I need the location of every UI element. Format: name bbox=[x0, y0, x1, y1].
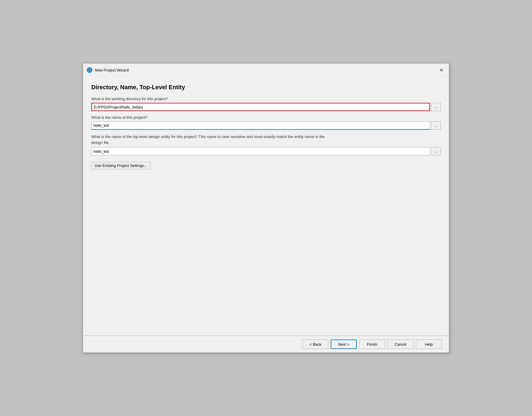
directory-input-row: ... bbox=[91, 103, 441, 111]
title-bar-left: New Project Wizard bbox=[87, 67, 129, 73]
help-button[interactable]: Help bbox=[416, 339, 442, 349]
footer: < Back Next > Finish Cancel Help bbox=[83, 336, 449, 352]
directory-input[interactable] bbox=[91, 103, 430, 111]
project-name-input[interactable] bbox=[91, 121, 430, 130]
directory-label: What is the working directory for this p… bbox=[91, 97, 441, 101]
main-content: Directory, Name, Top-Level Entity What i… bbox=[83, 77, 449, 336]
back-button[interactable]: < Back bbox=[302, 339, 328, 349]
project-name-label: What is the name of this project? bbox=[91, 115, 441, 120]
name-input-row: ... bbox=[91, 121, 441, 130]
name-browse-button[interactable]: ... bbox=[431, 121, 441, 130]
title-bar: New Project Wizard ✕ bbox=[83, 64, 449, 77]
close-button[interactable]: ✕ bbox=[437, 66, 445, 74]
title-text: New Project Wizard bbox=[95, 68, 129, 72]
new-project-wizard-dialog: New Project Wizard ✕ Directory, Name, To… bbox=[83, 63, 449, 353]
wizard-icon bbox=[87, 67, 93, 73]
use-existing-settings-button[interactable]: Use Existing Project Settings... bbox=[91, 162, 150, 169]
next-button[interactable]: Next > bbox=[331, 339, 357, 349]
top-level-browse-button[interactable]: ... bbox=[431, 147, 441, 155]
top-level-input-row: ... bbox=[91, 147, 441, 155]
directory-browse-button[interactable]: ... bbox=[431, 103, 441, 111]
top-level-description: What is the name of the top-level design… bbox=[91, 134, 441, 145]
cancel-button[interactable]: Cancel bbox=[387, 339, 413, 349]
finish-button[interactable]: Finish bbox=[359, 339, 385, 349]
page-title: Directory, Name, Top-Level Entity bbox=[91, 84, 441, 91]
top-level-input[interactable] bbox=[91, 147, 430, 155]
